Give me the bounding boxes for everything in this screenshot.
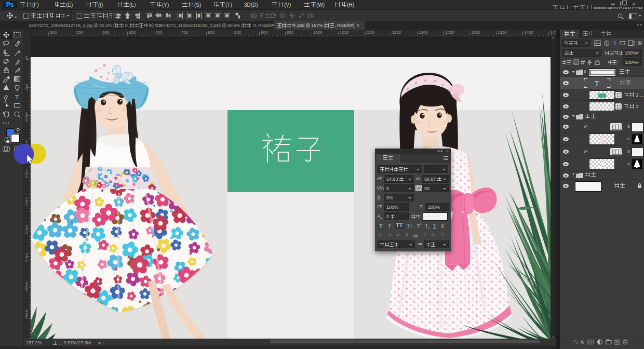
svg-text:T: T [595,80,599,88]
svg-text:T: T [15,93,19,101]
svg-text:T: T [613,41,616,46]
svg-text:fx: fx [581,340,585,345]
